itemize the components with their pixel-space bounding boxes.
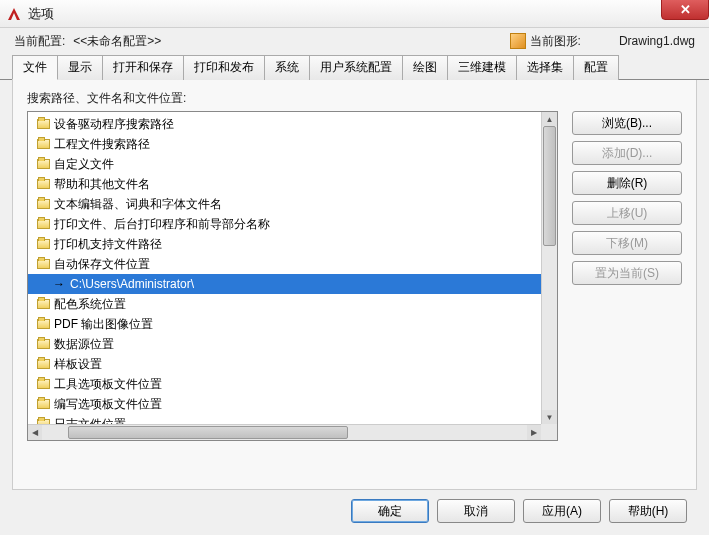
horizontal-scrollbar[interactable]: ◀ ▶ bbox=[28, 424, 541, 440]
tree-item-label: 配色系统位置 bbox=[54, 296, 126, 313]
tab-5[interactable]: 用户系统配置 bbox=[309, 55, 403, 80]
tree-item-label: C:\Users\Administrator\ bbox=[70, 277, 194, 291]
tree-folder-item[interactable]: 打印文件、后台打印程序和前导部分名称 bbox=[28, 214, 557, 234]
tab-1[interactable]: 显示 bbox=[57, 55, 103, 80]
side-button-3: 上移(U) bbox=[572, 201, 682, 225]
tree-folder-item[interactable]: 文本编辑器、词典和字体文件名 bbox=[28, 194, 557, 214]
tree-folder-item[interactable]: 自动保存文件位置 bbox=[28, 254, 557, 274]
folder-icon bbox=[36, 337, 50, 351]
tab-0[interactable]: 文件 bbox=[12, 55, 58, 80]
close-button[interactable]: ✕ bbox=[661, 0, 709, 20]
app-icon bbox=[6, 6, 22, 22]
folder-icon bbox=[36, 257, 50, 271]
tree-view[interactable]: 设备驱动程序搜索路径工程文件搜索路径自定义文件帮助和其他文件名文本编辑器、词典和… bbox=[27, 111, 558, 441]
side-button-0[interactable]: 浏览(B)... bbox=[572, 111, 682, 135]
scroll-corner bbox=[541, 424, 557, 440]
scroll-up-icon[interactable]: ▲ bbox=[542, 112, 557, 126]
folder-icon bbox=[36, 297, 50, 311]
scroll-right-icon[interactable]: ▶ bbox=[527, 425, 541, 440]
tree-item-label: 自动保存文件位置 bbox=[54, 256, 150, 273]
tab-content-files: 搜索路径、文件名和文件位置: 设备驱动程序搜索路径工程文件搜索路径自定义文件帮助… bbox=[12, 80, 697, 490]
tree-item-label: 编写选项板文件位置 bbox=[54, 396, 162, 413]
apply-button[interactable]: 应用(A) bbox=[523, 499, 601, 523]
close-icon: ✕ bbox=[680, 2, 691, 17]
scroll-left-icon[interactable]: ◀ bbox=[28, 425, 42, 440]
tree-folder-item[interactable]: 样板设置 bbox=[28, 354, 557, 374]
side-button-4: 下移(M) bbox=[572, 231, 682, 255]
tree-folder-item[interactable]: PDF 输出图像位置 bbox=[28, 314, 557, 334]
folder-icon bbox=[36, 377, 50, 391]
tab-bar: 文件显示打开和保存打印和发布系统用户系统配置绘图三维建模选择集配置 bbox=[0, 54, 709, 80]
tab-9[interactable]: 配置 bbox=[573, 55, 619, 80]
tab-6[interactable]: 绘图 bbox=[402, 55, 448, 80]
section-label: 搜索路径、文件名和文件位置: bbox=[27, 90, 682, 107]
tree-item-label: 工具选项板文件位置 bbox=[54, 376, 162, 393]
folder-icon bbox=[36, 157, 50, 171]
cancel-button[interactable]: 取消 bbox=[437, 499, 515, 523]
drawing-value: Drawing1.dwg bbox=[619, 34, 695, 48]
tree-folder-item[interactable]: 打印机支持文件路径 bbox=[28, 234, 557, 254]
scroll-down-icon[interactable]: ▼ bbox=[542, 410, 557, 424]
tree-folder-item[interactable]: 编写选项板文件位置 bbox=[28, 394, 557, 414]
tree-folder-item[interactable]: 配色系统位置 bbox=[28, 294, 557, 314]
folder-icon bbox=[36, 317, 50, 331]
profile-label: 当前配置: bbox=[14, 33, 65, 50]
tab-2[interactable]: 打开和保存 bbox=[102, 55, 184, 80]
tree-item-label: 帮助和其他文件名 bbox=[54, 176, 150, 193]
folder-icon bbox=[36, 137, 50, 151]
folder-icon bbox=[36, 397, 50, 411]
drawing-label: 当前图形: bbox=[530, 33, 581, 50]
vertical-scrollbar[interactable]: ▲ ▼ bbox=[541, 112, 557, 424]
drawing-icon bbox=[510, 33, 526, 49]
dialog-buttons: 确定 取消 应用(A) 帮助(H) bbox=[351, 499, 687, 523]
tree-item-label: 打印文件、后台打印程序和前导部分名称 bbox=[54, 216, 270, 233]
tree-folder-item[interactable]: 帮助和其他文件名 bbox=[28, 174, 557, 194]
tree-item-label: 文本编辑器、词典和字体文件名 bbox=[54, 196, 222, 213]
profile-value: <<未命名配置>> bbox=[73, 33, 161, 50]
tree-item-label: 打印机支持文件路径 bbox=[54, 236, 162, 253]
window-title: 选项 bbox=[28, 5, 54, 23]
folder-icon bbox=[36, 217, 50, 231]
tab-4[interactable]: 系统 bbox=[264, 55, 310, 80]
side-button-1: 添加(D)... bbox=[572, 141, 682, 165]
tree-item-label: 自定义文件 bbox=[54, 156, 114, 173]
tree-folder-item[interactable]: 工具选项板文件位置 bbox=[28, 374, 557, 394]
folder-icon bbox=[36, 197, 50, 211]
folder-icon bbox=[36, 117, 50, 131]
arrow-icon bbox=[52, 277, 66, 291]
side-button-5: 置为当前(S) bbox=[572, 261, 682, 285]
tree-folder-item[interactable]: 数据源位置 bbox=[28, 334, 557, 354]
folder-icon bbox=[36, 357, 50, 371]
tab-8[interactable]: 选择集 bbox=[516, 55, 574, 80]
tab-3[interactable]: 打印和发布 bbox=[183, 55, 265, 80]
folder-icon bbox=[36, 237, 50, 251]
ok-button[interactable]: 确定 bbox=[351, 499, 429, 523]
info-row: 当前配置: <<未命名配置>> 当前图形: Drawing1.dwg bbox=[0, 28, 709, 54]
scroll-thumb[interactable] bbox=[543, 126, 556, 246]
help-button[interactable]: 帮助(H) bbox=[609, 499, 687, 523]
tree-path-item[interactable]: C:\Users\Administrator\ bbox=[28, 274, 557, 294]
tree-item-label: 设备驱动程序搜索路径 bbox=[54, 116, 174, 133]
tree-folder-item[interactable]: 自定义文件 bbox=[28, 154, 557, 174]
tree-item-label: 工程文件搜索路径 bbox=[54, 136, 150, 153]
tree-item-label: 样板设置 bbox=[54, 356, 102, 373]
side-button-panel: 浏览(B)...添加(D)...删除(R)上移(U)下移(M)置为当前(S) bbox=[572, 111, 682, 441]
tab-7[interactable]: 三维建模 bbox=[447, 55, 517, 80]
titlebar: 选项 ✕ bbox=[0, 0, 709, 28]
tree-folder-item[interactable]: 工程文件搜索路径 bbox=[28, 134, 557, 154]
tree-folder-item[interactable]: 设备驱动程序搜索路径 bbox=[28, 114, 557, 134]
side-button-2[interactable]: 删除(R) bbox=[572, 171, 682, 195]
scroll-thumb[interactable] bbox=[68, 426, 348, 439]
tree-item-label: 数据源位置 bbox=[54, 336, 114, 353]
folder-icon bbox=[36, 177, 50, 191]
tree-item-label: PDF 输出图像位置 bbox=[54, 316, 153, 333]
